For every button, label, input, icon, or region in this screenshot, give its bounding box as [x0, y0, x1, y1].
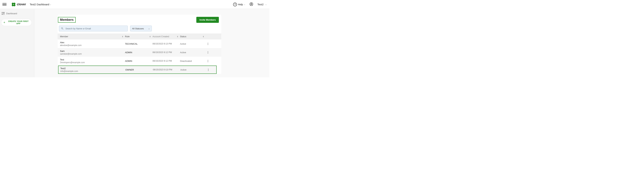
- member-email: alexdoe@example.com: [60, 44, 82, 46]
- table-row: Sam samdoe@example.com ADMIN 06/15/2023 …: [58, 48, 221, 57]
- table-row: Test Developers@example.com ADMIN 06/15/…: [58, 57, 221, 65]
- main-content: Members Invite Members All Statuses ⌄ Me…: [34, 9, 270, 77]
- hamburger-menu-icon[interactable]: [2, 2, 6, 6]
- help-button[interactable]: ? Help ⌄: [233, 2, 245, 6]
- sort-icon: ▲▼: [122, 36, 123, 37]
- page-title: Members: [58, 17, 76, 23]
- create-first-app-button[interactable]: + CREATE YOUR FIRST APP: [2, 19, 32, 26]
- member-name: Test: [60, 58, 85, 61]
- member-status: Deactivated: [180, 60, 192, 62]
- members-panel: Members Invite Members All Statuses ⌄ Me…: [58, 15, 221, 74]
- member-email: info@example.com: [60, 70, 78, 72]
- invite-members-button[interactable]: Invite Members: [196, 17, 219, 23]
- logo-text: clover: [17, 2, 26, 6]
- svg-point-4: [13, 4, 14, 5]
- clover-logo[interactable]: clover: [11, 2, 26, 7]
- sidebar-item-dashboard[interactable]: Dashboard: [0, 11, 34, 16]
- row-actions-menu[interactable]: [206, 50, 210, 54]
- search-icon: [61, 27, 64, 30]
- sort-icon: ▲▼: [203, 36, 204, 37]
- create-app-label: CREATE YOUR FIRST APP: [7, 20, 30, 25]
- member-created: 06/15/2023 9:13 PM: [152, 42, 172, 45]
- member-status: Active: [180, 68, 186, 71]
- chevron-down-icon: ⌄: [148, 27, 150, 30]
- workspace-name: Test2 Dashboard: [30, 3, 49, 6]
- table-header-row: Member ▲▼ Role ▲▼ Account Created ▲▼ Sta…: [58, 33, 221, 39]
- search-input[interactable]: [65, 27, 126, 30]
- sidebar-item-label: Dashboard: [6, 12, 17, 15]
- row-actions-menu[interactable]: [206, 59, 210, 63]
- member-created: 06/15/2023 9:12 PM: [152, 60, 172, 62]
- row-actions-menu[interactable]: [206, 42, 210, 46]
- help-label: Help: [238, 3, 243, 6]
- members-table: Member ▲▼ Role ▲▼ Account Created ▲▼ Sta…: [58, 33, 221, 74]
- status-filter-dropdown[interactable]: All Statuses ⌄: [130, 25, 152, 31]
- clover-logo-icon: [11, 2, 16, 7]
- member-email: samdoe@example.com: [60, 53, 82, 55]
- sort-icon: ▲▼: [150, 36, 151, 37]
- column-header-status[interactable]: Status ▲▼: [180, 35, 206, 38]
- svg-point-6: [251, 3, 252, 4]
- topbar-right: ? Help ⌄ Test2 ⌄: [233, 2, 267, 7]
- member-role: TECHNICAL: [125, 42, 138, 45]
- table-row-highlighted: Test2 info@example.com OWNER 06/15/2023 …: [58, 65, 217, 74]
- status-filter-label: All Statuses: [132, 27, 144, 30]
- profile-icon[interactable]: [250, 2, 253, 7]
- dashboard-icon: [2, 12, 4, 15]
- sidebar: Dashboard + CREATE YOUR FIRST APP: [0, 9, 34, 77]
- member-status: Active: [180, 42, 186, 45]
- search-field[interactable]: [59, 25, 128, 31]
- member-name: Alex: [60, 41, 82, 44]
- column-header-member[interactable]: Member ▲▼: [60, 35, 125, 38]
- member-name: Sam: [60, 50, 82, 52]
- workspace-switcher[interactable]: Test2 Dashboard ⌄: [30, 3, 51, 6]
- plus-icon: +: [3, 21, 6, 24]
- user-menu[interactable]: Test2 ⌄: [257, 3, 267, 6]
- member-role: ADMIN: [125, 51, 132, 54]
- member-created: 06/15/2023 9:10 PM: [153, 68, 172, 71]
- user-name: Test2: [257, 3, 264, 6]
- member-role: OWNER: [125, 68, 134, 71]
- member-name: Test2: [60, 67, 78, 70]
- top-bar: clover Test2 Dashboard ⌄ ? Help ⌄ Test2 …: [0, 0, 270, 9]
- chevron-down-icon: ⌄: [50, 3, 51, 5]
- help-icon: ?: [233, 2, 237, 6]
- member-role: ADMIN: [125, 60, 132, 62]
- table-row: Alex alexdoe@example.com TECHNICAL 06/15…: [58, 39, 221, 48]
- member-email: Developers@example.com: [60, 61, 85, 64]
- chevron-down-icon: ⌄: [244, 3, 245, 5]
- chevron-down-icon: ⌄: [265, 3, 267, 5]
- member-created: 06/15/2023 9:12 PM: [152, 51, 172, 53]
- column-header-role[interactable]: Role ▲▼: [125, 35, 152, 38]
- sort-icon: ▲▼: [177, 36, 178, 37]
- member-status: Active: [180, 51, 186, 54]
- row-actions-menu[interactable]: [206, 68, 210, 72]
- column-header-created[interactable]: Account Created ▲▼: [152, 35, 180, 38]
